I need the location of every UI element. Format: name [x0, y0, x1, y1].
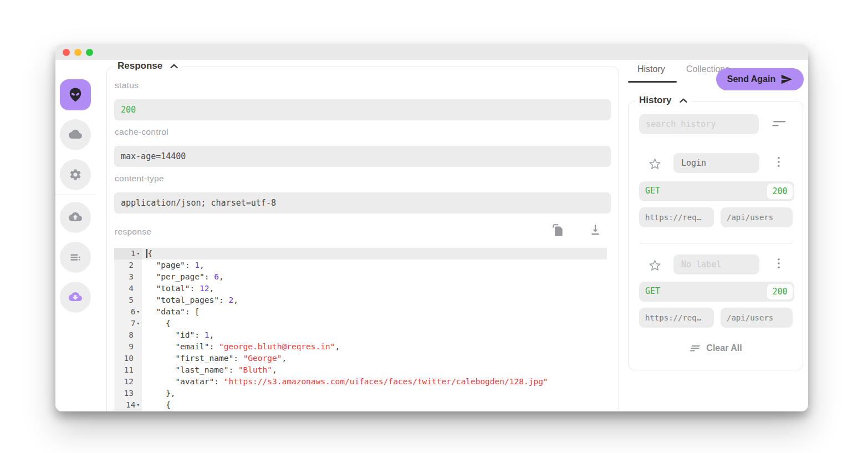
line-number-gutter: 7▾ [114, 318, 142, 329]
kebab-menu-icon[interactable] [777, 156, 780, 168]
history-request-summary[interactable]: GET 200 [639, 282, 794, 302]
content-type-field-value[interactable] [114, 192, 611, 213]
editor-line[interactable]: 5 "total_pages": 2, [114, 294, 607, 306]
line-number-gutter: 3 [114, 271, 142, 283]
request-path-chip[interactable]: /api/users [721, 207, 793, 227]
history-section: History GET 200 [628, 101, 803, 370]
collapse-caret-icon[interactable] [680, 98, 687, 103]
line-number-gutter: 14▾ [114, 399, 142, 411]
code-line-content[interactable]: "id": 1, [142, 329, 607, 341]
cloud-upload-icon [68, 210, 83, 225]
history-request-summary[interactable]: GET 200 [639, 181, 794, 201]
history-section-header[interactable]: History [635, 95, 691, 106]
code-line-content[interactable]: "total_pages": 2, [142, 294, 607, 306]
favorite-star-icon[interactable] [649, 259, 661, 272]
line-number-gutter: 1▾ [114, 248, 142, 259]
code-line-content[interactable]: { [142, 399, 607, 411]
sidebar-item-export[interactable] [60, 202, 91, 233]
code-line-content[interactable]: { [142, 318, 607, 329]
search-history-input[interactable] [639, 114, 759, 134]
request-host-chip[interactable]: https://req… [639, 308, 714, 328]
status-badge: 200 [767, 284, 793, 299]
line-number-gutter: 11 [114, 364, 142, 376]
line-number-gutter: 5 [114, 294, 142, 306]
editor-line[interactable]: 3 "per_page": 6, [114, 271, 607, 283]
collapse-caret-icon[interactable] [170, 64, 178, 69]
send-again-button[interactable]: Send Again [716, 68, 804, 90]
sidebar-item-import[interactable] [60, 282, 91, 313]
editor-line[interactable]: 9 "email": "george.bluth@reqres.in", [114, 341, 607, 353]
editor-line[interactable]: 6▾ "data": [ [114, 306, 607, 318]
editor-line[interactable]: 4 "total": 12, [114, 283, 607, 294]
send-icon [780, 73, 793, 85]
download-response-icon[interactable] [588, 223, 603, 237]
history-item-divider [639, 243, 793, 243]
sort-history-icon[interactable] [772, 120, 787, 129]
kebab-menu-icon[interactable] [777, 257, 780, 269]
fold-caret-icon[interactable]: ▾ [137, 402, 140, 408]
code-line-content[interactable]: }, [142, 388, 607, 399]
history-item-label-input[interactable] [673, 153, 759, 173]
request-host-chip[interactable]: https://req… [639, 207, 714, 227]
sidebar-divider [55, 195, 95, 195]
code-line-content[interactable]: { [142, 248, 607, 259]
editor-line[interactable]: 2 "page": 1, [114, 259, 607, 271]
code-line-content[interactable]: "per_page": 6, [142, 271, 607, 283]
active-tab-underline [628, 81, 677, 83]
line-number-gutter: 13 [114, 388, 142, 399]
editor-line[interactable]: 1▾{ [114, 248, 607, 259]
window-titlebar[interactable] [55, 44, 808, 60]
status-badge: 200 [767, 184, 793, 199]
editor-line[interactable]: 8 "id": 1, [114, 329, 607, 341]
status-field-value[interactable] [114, 99, 611, 120]
copy-response-icon[interactable] [550, 223, 565, 237]
maximize-window-button[interactable] [86, 49, 93, 56]
editor-line[interactable]: 13 }, [114, 388, 607, 399]
editor-line[interactable]: 12 "avatar": "https://s3.amazonaws.com/u… [114, 376, 607, 388]
code-line-content[interactable]: "last_name": "Bluth", [142, 364, 607, 376]
favorite-star-icon[interactable] [649, 157, 661, 170]
app-window: Response status cache-control content-ty… [55, 44, 808, 411]
line-number-gutter: 6▾ [114, 306, 142, 318]
gear-icon [69, 168, 82, 181]
code-line-content[interactable]: "page": 1, [142, 259, 607, 271]
editor-line[interactable]: 7▾ { [114, 318, 607, 329]
sidebar-item-requests[interactable] [60, 242, 91, 273]
response-editor[interactable]: 1▾{2 "page": 1,3 "per_page": 6,4 "total"… [114, 248, 607, 411]
app-logo[interactable] [60, 79, 91, 110]
code-line-content[interactable]: "data": [ [142, 306, 607, 318]
editor-line[interactable]: 14▾ { [114, 399, 607, 411]
request-list-icon [68, 250, 83, 264]
fold-caret-icon[interactable]: ▾ [137, 320, 140, 326]
sidebar-item-settings[interactable] [60, 159, 91, 190]
history-item-label-input[interactable] [673, 255, 759, 274]
editor-line[interactable]: 11 "last_name": "Bluth", [114, 364, 607, 376]
cache-control-field-value[interactable] [114, 146, 611, 167]
code-line-content[interactable]: "avatar": "https://s3.amazonaws.com/uifa… [142, 376, 607, 388]
cache-control-field-label: cache-control [115, 127, 169, 137]
text-cursor [146, 249, 147, 258]
editor-line[interactable]: 10 "first_name": "George", [114, 353, 607, 364]
screenshot-stage: Response status cache-control content-ty… [0, 0, 868, 453]
response-body-label: response [115, 227, 151, 237]
request-path-chip[interactable]: /api/users [721, 308, 793, 328]
minimize-window-button[interactable] [74, 49, 81, 56]
close-window-button[interactable] [63, 49, 70, 56]
status-field-label: status [115, 80, 139, 90]
response-section-header[interactable]: Response [114, 60, 182, 72]
sidebar [55, 60, 103, 411]
code-line-content[interactable]: "email": "george.bluth@reqres.in", [142, 341, 607, 353]
request-method: GET [645, 286, 660, 296]
tab-history[interactable]: History [637, 64, 665, 74]
clear-all-label: Clear All [706, 343, 742, 353]
fold-caret-icon[interactable]: ▾ [137, 251, 140, 256]
sidebar-item-environments[interactable] [60, 119, 91, 150]
request-method: GET [645, 186, 660, 196]
clear-all-button[interactable]: Clear All [629, 343, 803, 353]
history-section-title: History [639, 95, 672, 106]
fold-caret-icon[interactable]: ▾ [137, 309, 140, 314]
code-line-content[interactable]: "first_name": "George", [142, 353, 607, 364]
code-line-content[interactable]: "total": 12, [142, 283, 607, 294]
line-number-gutter: 12 [114, 376, 142, 388]
content-type-field-label: content-type [115, 174, 164, 184]
